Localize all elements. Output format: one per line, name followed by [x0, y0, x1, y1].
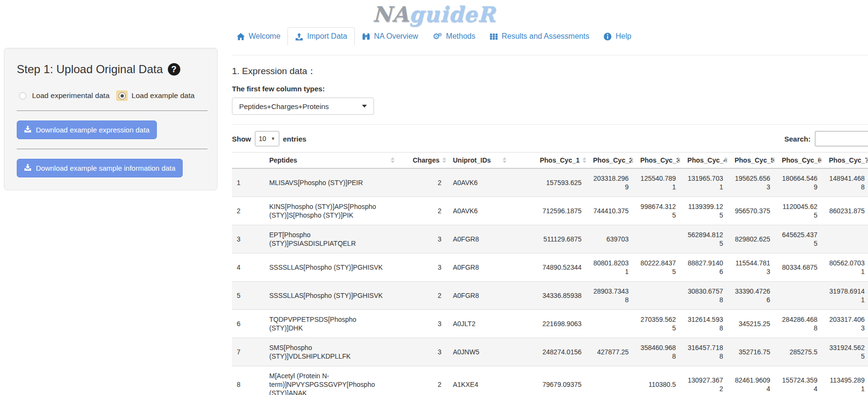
column-header-label: Phos_Cyc_2 [593, 156, 633, 164]
value-cell: 312614.5938 [682, 310, 730, 338]
radio-label: Load example data [132, 91, 195, 100]
page-header: NAguideR WelcomeImport DataNA Overview⚙⚙… [0, 0, 868, 45]
radio-button-icon[interactable] [116, 90, 128, 101]
tab-welcome[interactable]: Welcome [230, 28, 287, 45]
peptide-cell: SSSSLLAS[Phospho (STY)]PGHISVK [264, 253, 396, 282]
radio-button-icon[interactable] [17, 90, 28, 101]
value-cell: 157593.625 [508, 168, 588, 197]
peptide-cell: KINS[Phospho (STY)]APS[Phospho (STY)]S[P… [264, 197, 396, 225]
upload-icon [295, 33, 303, 41]
chevron-down-icon: ▼ [271, 136, 275, 141]
charge-cell: 2 [396, 168, 448, 197]
value-cell: 1139399.125 [682, 197, 730, 225]
value-cell: 248274.0156 [508, 338, 588, 366]
download-sample-information-button[interactable]: Download example sample information data [17, 159, 183, 177]
sort-icon[interactable] [442, 157, 446, 163]
column-header-peptides[interactable]: Peptides [264, 153, 396, 169]
radio-load-example-data[interactable]: Load example data [116, 90, 195, 101]
column-header-phos-cyc-7[interactable]: Phos_Cyc_7 [824, 153, 868, 169]
value-cell: 998674.3125 [636, 197, 683, 225]
import-data-content: 1. Expression data： The first few column… [232, 55, 868, 395]
column-header-phos-cyc-4[interactable]: Phos_Cyc_4 [682, 153, 730, 169]
button-label: Download example sample information data [36, 164, 176, 172]
sort-icon[interactable] [391, 157, 395, 163]
radio-circle [119, 92, 126, 99]
uniprot-cell: A0AVK6 [448, 197, 508, 225]
value-cell: 956570.375 [730, 197, 777, 225]
value-cell: 130927.3672 [682, 366, 730, 395]
show-label: Show [232, 135, 251, 143]
download-expression-data-button[interactable]: Download example expression data [17, 121, 157, 139]
value-cell: 284286.4688 [777, 310, 824, 338]
column-header-uniprot-ids[interactable]: Uniprot_IDs [448, 153, 508, 169]
expression-data-title: 1. Expression data： [232, 65, 868, 77]
sort-icon[interactable] [677, 157, 681, 163]
tab-help[interactable]: Help [596, 28, 638, 45]
peptide-cell: MLISAVS[Phospho (STY)]PEIR [264, 168, 396, 197]
page-length-select[interactable]: 10 ▼ [255, 131, 279, 146]
tab-label: Help [615, 32, 631, 41]
uniprot-cell: A0JLT2 [448, 310, 508, 338]
download-icon [24, 125, 32, 134]
radio-load-experimental-data[interactable]: Load experimental data [17, 90, 110, 101]
tab-label: Methods [446, 32, 475, 41]
tab-methods[interactable]: ⚙⚙Methods [425, 28, 483, 45]
sort-icon[interactable] [582, 157, 586, 163]
value-cell: 195625.6563 [730, 168, 777, 197]
value-cell: 1120045.625 [777, 197, 824, 225]
tab-results-and-assessments[interactable]: Results and Assessments [483, 28, 596, 45]
column-header-phos-cyc-1[interactable]: Phos_Cyc_1 [508, 153, 588, 169]
tab-import-data[interactable]: Import Data [287, 27, 355, 45]
column-header-phos-cyc-5[interactable]: Phos_Cyc_5 [730, 153, 777, 169]
column-header-phos-cyc-2[interactable]: Phos_Cyc_2 [588, 153, 636, 169]
value-cell [636, 225, 683, 253]
value-cell: 203317.4063 [824, 310, 868, 338]
value-cell: 113495.2891 [824, 366, 868, 395]
table-row: 5SSSSLLAS[Phospho (STY)]PGHISVK2A0FGR834… [232, 282, 868, 310]
sort-icon[interactable] [771, 157, 775, 163]
column-header-phos-cyc-6[interactable]: Phos_Cyc_6 [777, 153, 824, 169]
logo-part-guider: guideR [409, 2, 495, 26]
tab-label: Import Data [307, 32, 347, 41]
home-icon [237, 33, 245, 41]
charge-cell: 2 [396, 282, 448, 310]
tab-label: NA Overview [374, 32, 418, 41]
value-cell: 82461.96094 [730, 366, 777, 395]
value-cell: 148941.4688 [824, 168, 868, 197]
question-circle-icon[interactable]: ? [168, 63, 180, 76]
divider [232, 124, 868, 125]
search-input[interactable] [815, 131, 868, 146]
column-header-charges[interactable]: Charges [396, 153, 448, 169]
sort-icon[interactable] [630, 157, 634, 163]
column-header-label: Phos_Cyc_7 [829, 156, 868, 164]
column-header-index [232, 153, 264, 169]
entries-label: entries [283, 135, 307, 143]
column-header-label: Uniprot_IDs [453, 156, 491, 164]
sort-icon[interactable] [866, 157, 868, 163]
sort-icon[interactable] [503, 157, 506, 163]
tab-na-overview[interactable]: NA Overview [355, 28, 425, 45]
sort-icon[interactable] [724, 157, 728, 163]
column-types-select[interactable]: Peptides+Charges+Proteins [232, 98, 374, 115]
value-cell: 79679.09375 [508, 366, 588, 395]
peptide-cell: SMS[Phospho (STY)]VDLSHIPLKDPLLFK [264, 338, 396, 366]
charge-cell: 3 [396, 338, 448, 366]
upload-panel: Step 1: Upload Original Data ? Load expe… [4, 48, 218, 190]
value-cell: 744410.375 [588, 197, 636, 225]
value-cell: 352716.75 [730, 338, 777, 366]
value-cell: 34336.85938 [508, 282, 588, 310]
value-cell: 80562.07031 [824, 253, 868, 282]
value-cell: 80334.6875 [777, 253, 824, 282]
row-index-cell: 1 [232, 168, 264, 197]
value-cell: 80801.82031 [588, 253, 636, 282]
sort-icon[interactable] [818, 157, 822, 163]
download-icon [24, 164, 32, 173]
table-body: 1MLISAVS[Phospho (STY)]PEIR2A0AVK6157593… [232, 168, 868, 395]
charge-cell: 3 [396, 310, 448, 338]
column-types-selected-value: Peptides+Charges+Proteins [239, 102, 329, 110]
column-header-phos-cyc-3[interactable]: Phos_Cyc_3 [636, 153, 683, 169]
table-row: 6TQDPVPPETPSDS[Phospho (STY)]DHK3A0JLT22… [232, 310, 868, 338]
peptide-cell: M[Acetyl (Protein N-term)]NPVYSPGSSGVPY[… [264, 366, 396, 395]
value-cell [777, 282, 824, 310]
column-header-label: Peptides [269, 156, 297, 164]
